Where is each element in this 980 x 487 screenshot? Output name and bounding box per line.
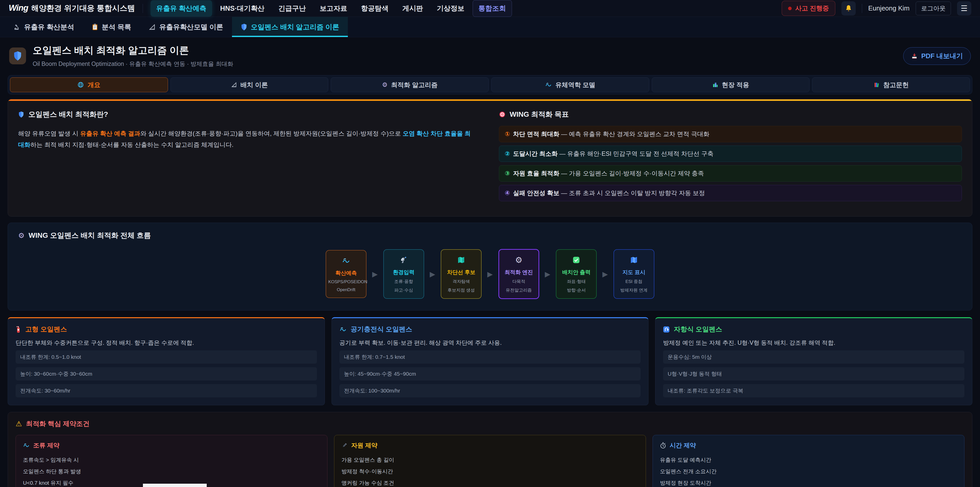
constraint-line: 방제정 척수·이동시간	[342, 466, 638, 477]
boom-type-cards: 고형 오일펜스 단단한 부체와 수중커튼으로 구성. 정적 배치. 항구·좁은 …	[8, 317, 972, 405]
boom-spec: 높이: 30~60cm·수중 30~60cm	[16, 367, 317, 380]
logo-title: 해양환경 위기대응 통합시스템	[31, 3, 135, 14]
notification-button[interactable]	[842, 1, 856, 16]
nav-item-hns-atmospheric[interactable]: HNS·대기확산	[215, 0, 270, 17]
section-tabbar: 개요 배치 이론 ⚙ 최적화 알고리즘 유체역학 모델 현장 적용 참고문헌	[8, 75, 972, 94]
bell-icon	[845, 5, 853, 12]
boom-spec: U형·V형·J형 동적 형태	[663, 367, 964, 380]
incident-status-badge[interactable]: 사고 진행중	[782, 1, 835, 16]
user-name: Eunjeong Kim	[868, 4, 910, 12]
tab-boom-algorithm-theory[interactable]: 오일펜스 배치 알고리즘 이론	[232, 17, 348, 37]
top-navbar: Wing 해양환경 위기대응 통합시스템 유출유 확산예측 HNS·대기확산 긴…	[0, 0, 980, 17]
boom-description: 단단한 부체와 수중커튼으로 구성. 정적 배치. 항구·좁은 수로에 적합.	[16, 339, 317, 347]
boom-card-self-propelled: 자항식 오일펜스 방제정 예인 또는 자체 추진. U형·V형 동적 배치. 강…	[655, 317, 972, 405]
books-icon	[873, 82, 880, 88]
boom-spec: 운용수심: 5m 이상	[663, 350, 964, 364]
logout-button[interactable]: 로그아웃	[916, 2, 951, 15]
constraint-line: 오일펜스 하단 통과 발생	[23, 466, 320, 477]
section-tab-overview[interactable]: 개요	[10, 77, 168, 92]
constraint-line: 유출유 도달 예측시간	[660, 454, 957, 466]
download-icon	[911, 53, 918, 59]
section-tab-field-application[interactable]: 현장 적용	[652, 77, 810, 92]
constraint-line: 조류속도 > 임계유속 시	[23, 454, 320, 466]
clipboard-icon	[92, 24, 98, 30]
satellite-antenna-icon	[386, 255, 422, 265]
tab-label: 유출유 확산분석	[24, 22, 74, 32]
overview-panel: 오일펜스 배치 최적화란? 해양 유류오염 발생 시 유출유 확산 예측 결과와…	[8, 99, 972, 217]
nav-item-board[interactable]: 게시판	[397, 0, 429, 17]
constraint-card-current: 조류 제약 조류속도 > 임계유속 시 오일펜스 하단 통과 발생 U<0.7 …	[16, 435, 328, 487]
goal-item: ②도달시간 최소화 — 유출유 해안·ESI 민감구역 도달 전 선제적 차단선…	[499, 145, 962, 162]
pdf-export-label: PDF 내보내기	[921, 51, 963, 61]
constraint-line: 방제정 현장 도착시간	[660, 477, 957, 487]
goal-item: ①차단 면적 최대화 — 예측 유출유 확산 경계와 오일펜스 교차 면적 극대…	[499, 126, 962, 142]
incident-badge-label: 사고 진행중	[795, 4, 829, 13]
boom-spec: 높이: 45~90cm·수중 45~90cm	[339, 367, 641, 380]
boom-spec: 전개속도: 30~60m/hr	[16, 384, 317, 398]
menu-button[interactable]: ☰	[957, 1, 971, 16]
microscope-icon	[13, 24, 21, 30]
flow-step-environment-input: 환경입력 조류·풍향 파고·수심	[383, 249, 424, 299]
section-tab-label: 개요	[88, 81, 100, 89]
flow-step-map-display: 지도 표시 ESI 중첩 방제자원 연계	[614, 249, 654, 299]
flow-step-prediction: 확산예측 KOSPS/POSEIDON OpenDrift	[326, 250, 366, 298]
navbar-right-cluster: 사고 진행중 Eunjeong Kim 로그아웃 ☰	[782, 1, 971, 16]
tab-label: 오일펜스 배치 알고리즘 이론	[251, 22, 339, 32]
section-tab-label: 유체역학 모델	[555, 81, 595, 89]
section-tab-optimization-algorithm[interactable]: ⚙ 최적화 알고리즘	[331, 77, 489, 92]
overview-column: 오일펜스 배치 최적화란? 해양 유류오염 발생 시 유출유 확산 예측 결과와…	[18, 110, 481, 204]
globe-icon	[77, 81, 84, 88]
shield-icon	[18, 111, 24, 118]
flow-diagram: 확산예측 KOSPS/POSEIDON OpenDrift ▶ 환경입력 조류·…	[18, 249, 962, 299]
map-icon	[443, 255, 479, 265]
nav-item-oil-spill-prediction[interactable]: 유출유 확산예측	[151, 0, 212, 17]
boom-card-solid: 고형 오일펜스 단단한 부체와 수중커튼으로 구성. 정적 배치. 항구·좁은 …	[8, 317, 325, 405]
wave-icon	[545, 81, 552, 88]
constraint-card-resource: 자원 제약 가용 오일펜스 총 길이 방제정 척수·이동시간 앵커링 가능 수심…	[334, 435, 646, 487]
flow-step-deployment-output: 배치안 출력 좌표·형태 방향·순서	[556, 249, 597, 299]
tab-spill-analysis[interactable]: 유출유 확산분석	[5, 17, 83, 37]
constraint-line: 가용 오일펜스 총 길이	[342, 454, 638, 466]
section-tab-hydrodynamics[interactable]: 유체역학 모델	[491, 77, 649, 92]
wave-icon	[23, 442, 30, 449]
nav-item-weather[interactable]: 기상정보	[431, 0, 470, 17]
tab-label: 분석 목록	[102, 22, 131, 32]
flow-title: WING 오일펜스 배치 최적화 전체 흐름	[29, 231, 151, 240]
page-header: 오일펜스 배치 최적화 알고리즘 이론 Oil Boom Deployment …	[0, 37, 980, 73]
flow-arrow-icon: ▶	[430, 270, 435, 278]
constraints-title: 최적화 핵심 제약조건	[26, 419, 89, 428]
goal-item: ④실패 안전성 확보 — 조류 초과 시 오일펜스 이탈 방지 방향각 자동 보…	[499, 185, 962, 201]
nav-item-aerial-search[interactable]: 항공탐색	[355, 0, 394, 17]
goal-list: ①차단 면적 최대화 — 예측 유출유 확산 경계와 오일펜스 교차 면적 극대…	[499, 126, 962, 201]
nav-item-emergency-rescue[interactable]: 긴급구난	[273, 0, 312, 17]
boom-description: 방제정 예인 또는 자체 추진. U형·V형 동적 배치. 강조류 해역 적합.	[663, 339, 964, 347]
goal-item: ③자원 효율 최적화 — 가용 오일펜스 길이·방제정 수·이동시간 제약 충족	[499, 165, 962, 182]
highlight-prediction-result: 유출유 확산 예측 결과	[80, 130, 140, 137]
boom-spec: 내조류 한계: 0.5~1.0 knot	[16, 350, 317, 364]
taskbar-fragment	[143, 484, 207, 487]
tab-analysis-list[interactable]: 분석 목록	[83, 17, 140, 37]
warning-icon: ⚠	[16, 420, 22, 428]
pdf-export-button[interactable]: PDF 내보내기	[903, 47, 971, 65]
section-tab-deployment-theory[interactable]: 배치 이론	[170, 77, 328, 92]
nav-item-reports[interactable]: 보고자료	[314, 0, 353, 17]
target-icon	[499, 111, 506, 118]
tab-diffusion-model-theory[interactable]: 유출유확산모델 이론	[140, 17, 232, 37]
triangle-ruler-icon	[231, 82, 237, 88]
page-subtitle: Oil Boom Deployment Optimization · 유출유 확…	[33, 60, 233, 68]
section-tab-references[interactable]: 참고문헌	[812, 77, 970, 92]
nav-item-integrated-search[interactable]: 통합조회	[473, 0, 512, 17]
flow-arrow-icon: ▶	[487, 270, 493, 278]
section-tab-label: 참고문헌	[883, 81, 909, 89]
overview-paragraph: 해양 유류오염 발생 시 유출유 확산 예측 결과와 실시간 해양환경(조류·풍…	[18, 128, 473, 151]
stopwatch-icon	[660, 442, 666, 449]
overview-title: 오일펜스 배치 최적화란?	[28, 110, 108, 119]
constraints-panel: ⚠ 최적화 핵심 제약조건 조류 제약 조류속도 > 임계유속 시 오일펜스 하…	[8, 412, 972, 487]
tab-label: 유출유확산모델 이론	[159, 22, 223, 32]
shield-icon	[241, 24, 247, 30]
user-divider	[862, 4, 862, 13]
cityscape-icon	[712, 82, 718, 88]
goals-title: WING 최적화 목표	[510, 110, 569, 119]
constraint-line: 오일펜스 전개 소요시간	[660, 466, 957, 477]
boom-spec: 내조류 한계: 0.7~1.5 knot	[339, 350, 641, 364]
